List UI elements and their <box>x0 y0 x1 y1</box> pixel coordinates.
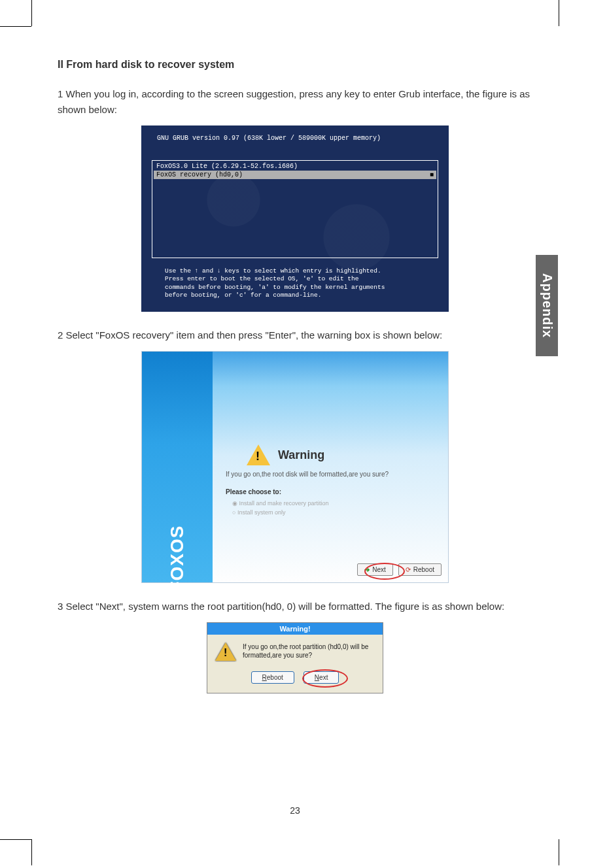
crop-mark <box>559 0 559 26</box>
warning-icon <box>247 444 270 465</box>
grub-menu-item-selected[interactable]: FoxOS recovery (hd0,0) ■ <box>154 171 436 179</box>
crop-mark <box>31 839 32 865</box>
choose-label: Please choose to: <box>226 488 440 495</box>
reboot-button[interactable]: Reboot <box>251 671 294 684</box>
grub-screenshot: GNU GRUB version 0.97 (638K lower / 5890… <box>141 125 449 312</box>
button-row: ➔ Next ⟳ Reboot <box>357 563 442 576</box>
foxos-body: Warning If you go on,the root disk will … <box>213 352 448 582</box>
appendix-tab: Appendix <box>536 255 558 356</box>
option-radio[interactable]: ◉ Install and make recovery partition <box>232 499 440 509</box>
crop-mark <box>31 0 32 26</box>
warning-dialog: Warning! If you go on,the root partition… <box>207 622 383 693</box>
arrow-right-icon: ➔ <box>364 566 370 573</box>
appendix-label: Appendix <box>540 273 555 338</box>
warning-title: Warning <box>278 448 324 462</box>
step1-text: 1 When you log in, according to the scre… <box>58 86 532 118</box>
dialog-title: Warning! <box>207 623 383 635</box>
warning-icon <box>215 643 236 661</box>
page-number: 23 <box>0 805 590 816</box>
dialog-buttons: Reboot Next <box>207 665 383 693</box>
crop-mark <box>559 839 559 865</box>
section-heading: II From hard disk to recover system <box>58 59 532 71</box>
dialog-body: If you go on,the root partition (hd0,0) … <box>207 635 383 665</box>
reboot-button[interactable]: ⟳ Reboot <box>398 563 442 576</box>
next-button-label: Next <box>372 566 386 573</box>
next-label: Next <box>315 674 328 681</box>
options-list: ◉ Install and make recovery partition ○ … <box>232 499 440 517</box>
step2-text: 2 Select "FoxOS recovery" item and then … <box>58 327 532 343</box>
next-button[interactable]: Next <box>304 671 339 684</box>
dialog-message: If you go on,the root partition (hd0,0) … <box>243 643 375 661</box>
grub-menu-item[interactable]: FoxOS3.0 Lite (2.6.29.1-52.fos.i686) <box>154 162 436 171</box>
page-content: II From hard disk to recover system 1 Wh… <box>58 59 532 693</box>
crop-mark <box>0 26 31 27</box>
reboot-button-label: Reboot <box>413 566 434 573</box>
grub-menu: FoxOS3.0 Lite (2.6.29.1-52.fos.i686) Fox… <box>152 160 438 258</box>
grub-menu-item-label: FoxOS recovery (hd0,0) <box>156 171 243 178</box>
foxos-screenshot: FOXOS Warning If you go on,the root disk… <box>141 351 449 583</box>
reboot-icon: ⟳ <box>406 566 411 573</box>
warning-subtext: If you go on,the root disk will be forma… <box>226 471 440 478</box>
option-label: Install and make recovery partition <box>239 500 329 507</box>
foxos-sidebar: FOXOS <box>142 352 213 582</box>
selection-marker-icon: ■ <box>430 171 434 178</box>
step3-text: 3 Select "Next", system warns the root p… <box>58 599 532 614</box>
crop-mark <box>0 839 31 840</box>
foxos-logo: FOXOS <box>167 525 188 592</box>
grub-help-text: Use the ↑ and ↓ keys to select which ent… <box>152 267 438 299</box>
reboot-label: Reboot <box>262 674 283 681</box>
next-button[interactable]: ➔ Next <box>357 563 393 576</box>
option-radio[interactable]: ○ Install system only <box>232 509 440 518</box>
warning-header: Warning <box>247 444 440 465</box>
option-label: Install system only <box>237 509 286 516</box>
grub-title: GNU GRUB version 0.97 (638K lower / 5890… <box>157 135 438 142</box>
